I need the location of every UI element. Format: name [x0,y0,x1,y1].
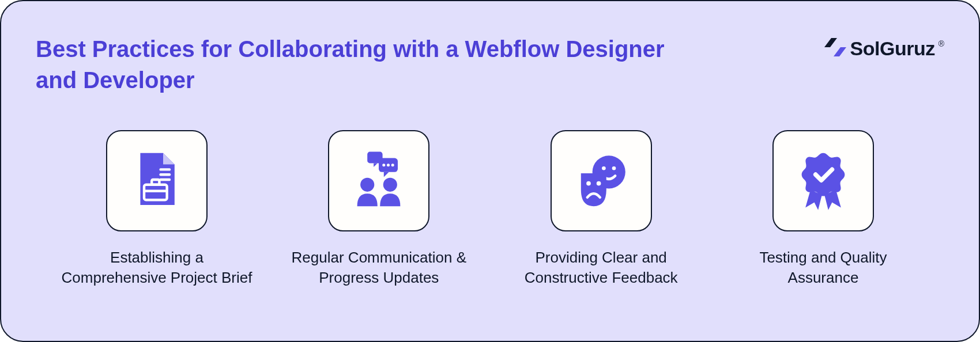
icon-tile [772,130,874,231]
registered-mark: ® [938,39,944,48]
brand-mark-icon [824,36,847,61]
practice-caption: Regular Communication & Progress Updates [281,248,477,288]
feedback-faces-icon [570,148,633,214]
svg-point-17 [596,181,601,186]
icon-tile [106,130,208,231]
info-card: Best Practices for Collaborating with a … [0,0,980,342]
svg-point-16 [586,181,591,186]
svg-rect-1 [159,173,171,176]
header-row: Best Practices for Collaborating with a … [36,33,944,96]
people-chat-icon [347,148,410,214]
practice-caption: Providing Clear and Constructive Feedbac… [503,248,699,288]
practice-item: Providing Clear and Constructive Feedbac… [503,130,699,288]
svg-point-11 [360,178,374,192]
brand-name: SolGuruz [850,37,935,60]
practice-caption: Establishing a Comprehensive Project Bri… [59,248,255,288]
icon-tile [328,130,429,231]
brand-logo: SolGuruz ® [824,36,944,61]
ribbon-check-icon [791,148,855,214]
icon-tile [551,130,652,231]
svg-rect-0 [159,168,171,170]
brief-document-icon [125,148,189,214]
svg-point-10 [391,164,394,166]
svg-point-12 [383,178,397,192]
practice-caption: Testing and Quality Assurance [725,248,921,288]
svg-point-8 [383,164,386,166]
items-grid: Establishing a Comprehensive Project Bri… [36,130,944,288]
svg-rect-2 [159,178,171,181]
practice-item: Testing and Quality Assurance [725,130,921,288]
practice-item: Regular Communication & Progress Updates [281,130,477,288]
svg-point-14 [602,166,606,170]
svg-point-9 [387,164,390,166]
practice-item: Establishing a Comprehensive Project Bri… [59,130,255,288]
page-title: Best Practices for Collaborating with a … [36,33,670,96]
svg-point-15 [612,166,616,170]
